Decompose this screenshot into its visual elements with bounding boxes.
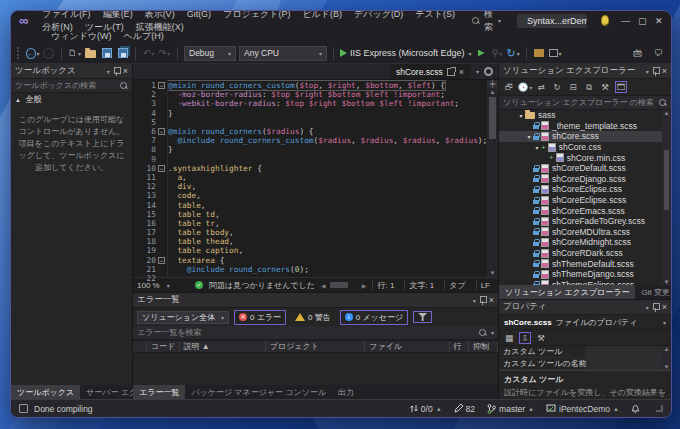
toolbox-search-input[interactable]: ツールボックスの検索 [11, 79, 132, 93]
tree-item-shCoreEclipse.scss[interactable]: shCoreEclipse.scss [499, 195, 671, 206]
tree-item-sass[interactable]: ▾sass [499, 110, 671, 121]
indent-mode-indicator[interactable]: タブ [444, 280, 469, 291]
tree-item-shThemeDjango.scss[interactable]: shThemeDjango.scss [499, 269, 671, 280]
close-icon[interactable]: × [662, 302, 667, 312]
solution-configuration-combo[interactable]: Debug▾ [184, 46, 236, 61]
tab-toolbox-0[interactable]: ツールボックス [11, 385, 80, 399]
switch-views-icon[interactable]: 🗗 [503, 81, 515, 93]
close-icon[interactable]: × [662, 66, 667, 76]
menu-item-7[interactable]: テスト(S) [409, 10, 461, 21]
fold-collapse-icon[interactable]: − [158, 82, 165, 89]
close-icon[interactable]: × [123, 66, 128, 76]
menu-item-6[interactable]: デバッグ(D) [348, 10, 409, 21]
current-repository-button[interactable]: iPentecDemo ▲ [546, 404, 619, 414]
messages-filter-button[interactable]: i 0 メッセージ [340, 310, 408, 325]
navigate-back-icon[interactable]: ←▾ [26, 47, 39, 60]
warnings-filter-button[interactable]: 0 警告 [291, 311, 335, 324]
pending-changes-filter-icon[interactable]: 🕓▾ [519, 81, 531, 93]
tree-item-shCoreMDUltra.scss[interactable]: shCoreMDUltra.scss [499, 227, 671, 238]
scroll-up-icon[interactable]: ▲ [664, 110, 670, 116]
tree-item-shCoreFadeToGrey.scss[interactable]: shCoreFadeToGrey.scss [499, 216, 671, 227]
undo-icon[interactable]: ↶▾ [142, 47, 155, 60]
start-without-debugging-icon[interactable] [475, 47, 488, 60]
fold-collapse-icon[interactable]: − [158, 165, 165, 172]
tree-item-shCore.css[interactable]: ▾+shCore.css [499, 142, 671, 153]
show-all-files-icon[interactable]: ⧉ [583, 81, 595, 93]
editor-vertical-scrollbar[interactable]: ╪ ▲ ▼ [487, 80, 498, 277]
browser-link-refresh-icon[interactable]: ▾ [549, 47, 562, 60]
start-debugging-button[interactable]: IIS Express (Microsoft Edge) ▾ [340, 47, 472, 60]
scroll-down-icon[interactable]: ▼ [664, 364, 670, 370]
tab-right-0[interactable]: ソリューション エクスプローラー [499, 285, 635, 299]
properties-wrench-icon[interactable]: ⚒ [599, 81, 611, 93]
fold-collapse-icon[interactable]: − [158, 128, 165, 135]
document-tab-shcore-scss[interactable]: shCore.scss × [390, 64, 470, 79]
code-text-area[interactable]: @mixin round_corners_custom($top, $right… [167, 80, 487, 277]
notifications-bell-icon[interactable] [631, 404, 640, 414]
menu-item-3[interactable]: Git(G) [181, 10, 218, 21]
scroll-down-icon[interactable]: ▼ [490, 270, 496, 276]
tree-item-shCore.scss[interactable]: ▾shCore.scss [499, 131, 671, 142]
gear-icon[interactable] [484, 67, 493, 76]
errors-filter-button[interactable]: ✕ 0 エラー [234, 310, 286, 325]
code-editor[interactable]: 1−23456−78910−11121314151617181920−2122 … [133, 80, 498, 277]
tree-item-shCoreDefault.scss[interactable]: shCoreDefault.scss [499, 163, 671, 174]
share-icon[interactable]: 🖄 [631, 47, 644, 60]
line-ending-indicator[interactable]: LF [476, 281, 494, 290]
navigate-forward-icon[interactable]: → [42, 47, 55, 60]
tree-item-shCoreRDark.scss[interactable]: shCoreRDark.scss [499, 248, 671, 259]
error-list-search-input[interactable]: エラー一覧を検索 ▾ [133, 326, 498, 340]
current-branch-button[interactable]: master ▲ [487, 404, 534, 414]
maximize-button[interactable]: ▢ [636, 14, 649, 28]
column-header-1[interactable]: 説明 ▲ [180, 341, 266, 352]
window-position-icon[interactable]: ▾ [646, 68, 649, 75]
error-list-body[interactable] [133, 353, 498, 385]
tab-bottom-2[interactable]: 出力 [332, 385, 360, 399]
tree-item-shCoreMidnight.scss[interactable]: shCoreMidnight.scss [499, 237, 671, 248]
pending-edits-button[interactable]: 82 [454, 404, 475, 414]
properties-object-combo[interactable]: shCore.scss ファイルのプロパティ ▾ [499, 315, 671, 330]
save-icon[interactable] [100, 47, 113, 60]
window-position-icon[interactable]: ▾ [473, 297, 476, 304]
caret-column-indicator[interactable]: 文字: 1 [404, 280, 438, 291]
column-icon[interactable] [133, 341, 147, 352]
filter-button[interactable] [413, 311, 432, 323]
scroll-up-icon[interactable]: ▲ [490, 89, 496, 95]
open-folder-icon[interactable] [84, 47, 97, 60]
window-resize-grip[interactable] [656, 405, 663, 412]
column-header-5[interactable]: 抑制 [469, 341, 498, 352]
pin-icon[interactable] [113, 67, 120, 76]
save-all-icon[interactable] [116, 47, 129, 60]
editor-horizontal-scrollbar[interactable]: ◀ ▶ [321, 282, 367, 289]
tree-item-shCore.min.css[interactable]: +shCore.min.css [499, 152, 671, 163]
close-document-icon[interactable]: × [459, 67, 464, 77]
property-row-1[interactable]: カスタム ツールの名前空 [499, 358, 671, 370]
split-editor-handle[interactable]: ╪ [487, 80, 498, 88]
tree-item-_theme_template.scss[interactable]: _theme_template.scss [499, 121, 671, 132]
tab-bottom-1[interactable]: パッケージ マネージャー コンソール [185, 385, 332, 399]
property-pages-wrench-icon[interactable]: ⚒ [535, 332, 547, 344]
scrollbar-thumb[interactable] [489, 97, 496, 139]
tree-item-shCoreEclipse.css[interactable]: shCoreEclipse.css [499, 184, 671, 195]
solution-explorer-search-input[interactable]: ソリューション エクスプローラー の検索 (Ctrl+;) [499, 96, 671, 110]
tree-item-shThemeDefault.scss[interactable]: shThemeDefault.scss [499, 258, 671, 269]
column-header-4[interactable]: 行 [450, 341, 469, 352]
sync-push-pull-button[interactable]: 0/0 ▲ [410, 404, 442, 414]
sync-with-active-document-icon[interactable]: ⇄ [535, 81, 547, 93]
refresh-icon[interactable]: ↻ [551, 81, 563, 93]
send-feedback-icon[interactable]: 🗩 [652, 47, 665, 60]
feedback-smiley-icon[interactable] [601, 15, 610, 26]
menu-item-1[interactable]: 編集(E) [97, 10, 139, 21]
new-project-icon[interactable]: 🗋▾ [68, 47, 81, 60]
collapse-all-icon[interactable]: ⊟ [567, 81, 579, 93]
error-scope-combo[interactable]: ソリューション全体 ▾ [137, 311, 229, 324]
close-button[interactable]: ✕ [652, 14, 665, 28]
pin-icon[interactable] [652, 67, 659, 76]
scroll-left-icon[interactable]: ◀ [321, 282, 326, 289]
caret-line-indicator[interactable]: 行: 1 [372, 280, 398, 291]
scrollbar-thumb[interactable] [330, 282, 348, 288]
property-row-0[interactable]: カスタム ツール [499, 346, 671, 358]
menu-item-0[interactable]: ファイル(F) [36, 10, 96, 21]
menu-item-5[interactable]: ビルド(B) [296, 10, 348, 21]
menu-item-4[interactable]: プロジェクト(P) [217, 10, 296, 21]
